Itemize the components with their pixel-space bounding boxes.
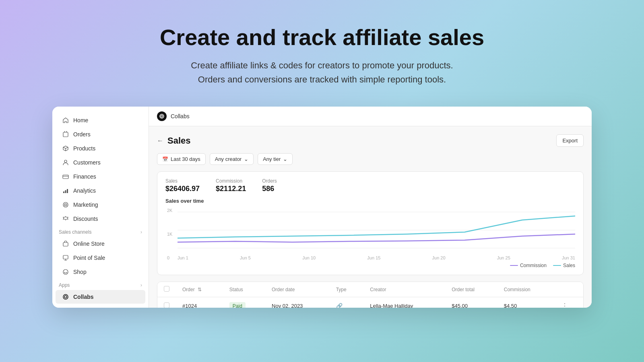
sales-channels-section: Sales channels › [52, 226, 149, 237]
svg-rect-2 [63, 175, 68, 179]
y-label-1k: 1K [167, 232, 172, 237]
th-order-total: Order total [445, 282, 497, 297]
calendar-icon: 📅 [162, 156, 168, 162]
tier-chevron-icon: ⌄ [283, 156, 287, 162]
svg-point-1 [64, 160, 67, 162]
hero-subtitle: Create affiliate links & codes for creat… [8, 58, 636, 86]
legend-commission: Commission [510, 263, 547, 268]
stat-sales: Sales $26406.97 [165, 178, 200, 193]
row-order: #1024 [176, 297, 223, 308]
row-type: 🔗 [330, 297, 364, 308]
products-icon [62, 145, 69, 152]
chart-svg [178, 208, 575, 252]
sidebar-item-analytics[interactable]: Analytics [56, 184, 145, 197]
svg-rect-4 [65, 190, 66, 193]
svg-point-11 [63, 269, 68, 274]
y-axis-labels: 2K 1K 0 [165, 208, 174, 260]
page-content: ← Sales Export 📅 Last 30 days Any creato… [149, 126, 592, 308]
sidebar-item-collabs[interactable]: Collabs [56, 290, 145, 304]
table-row: #1024 Paid Nov 02, 2023 🔗 Lella-Mae Hall… [157, 297, 583, 308]
status-badge: Paid [229, 302, 246, 308]
finances-icon [62, 173, 69, 180]
sidebar-item-finances[interactable]: Finances [56, 170, 145, 183]
back-button[interactable]: ← [157, 137, 163, 144]
x-label-jun31: Jun 31 [562, 255, 575, 260]
online-store-icon [62, 240, 69, 247]
orders-icon [62, 131, 69, 138]
y-label-2k: 2K [167, 208, 172, 213]
sidebar-item-pos[interactable]: Point of Sale [56, 251, 145, 265]
th-checkbox [157, 282, 176, 297]
hero-title: Create and track affiliate sales [8, 24, 636, 50]
stats-row: Sales $26406.97 Commission $2112.21 Orde… [165, 178, 575, 193]
creator-filter[interactable]: Any creator ⌄ [210, 153, 254, 165]
sidebar-item-customers[interactable]: Customers [56, 156, 145, 169]
sidebar: Home Orders Products Customers Finances [52, 107, 149, 308]
x-label-jun1: Jun 1 [178, 255, 188, 260]
th-order: Order ⇅ [176, 282, 223, 297]
sidebar-item-marketing[interactable]: Marketing [56, 198, 145, 212]
stat-orders: Orders 586 [262, 178, 277, 193]
row-creator: Lella-Mae Halliday [363, 297, 445, 308]
tier-filter[interactable]: Any tier ⌄ [258, 153, 293, 165]
chart-area: Jun 1 Jun 5 Jun 10 Jun 15 Jun 20 Jun 25 … [178, 208, 575, 260]
row-status: Paid [223, 297, 265, 308]
select-all-checkbox[interactable] [164, 286, 169, 292]
x-label-jun25: Jun 25 [497, 255, 510, 260]
row-more: ⋮ [555, 297, 583, 308]
th-actions [555, 282, 583, 297]
analytics-icon [62, 187, 69, 194]
export-button[interactable]: Export [556, 134, 584, 147]
commission-legend-line [510, 265, 518, 266]
orders-table-wrapper: Order ⇅ Status Order date Type Creator O… [157, 282, 584, 308]
x-axis-labels: Jun 1 Jun 5 Jun 10 Jun 15 Jun 20 Jun 25 … [178, 255, 575, 260]
row-more-button[interactable]: ⋮ [561, 302, 568, 308]
x-label-jun10: Jun 10 [302, 255, 316, 260]
sidebar-item-discounts[interactable]: Discounts [56, 212, 145, 226]
svg-point-12 [63, 294, 68, 299]
home-icon [62, 117, 69, 124]
svg-point-13 [64, 296, 67, 298]
sales-channels-chevron[interactable]: › [140, 229, 142, 235]
apps-section: Apps › [52, 279, 149, 290]
shop-icon [62, 268, 69, 276]
marketing-icon [62, 201, 69, 208]
stats-card: Sales $26406.97 Commission $2112.21 Orde… [157, 171, 584, 275]
svg-point-14 [160, 114, 164, 118]
x-label-jun15: Jun 15 [367, 255, 380, 260]
y-label-0: 0 [167, 255, 172, 260]
page-header: ← Sales Export [157, 134, 584, 147]
top-bar: Collabs [149, 107, 592, 126]
th-creator: Creator [363, 282, 445, 297]
pos-icon [62, 254, 69, 261]
page-title: Sales [167, 136, 191, 146]
sidebar-item-home[interactable]: Home [56, 113, 145, 127]
th-status: Status [223, 282, 265, 297]
order-link[interactable]: #1024 [182, 303, 197, 308]
th-type: Type [330, 282, 364, 297]
stat-commission: Commission $2112.21 [216, 178, 246, 193]
app-window: Home Orders Products Customers Finances [52, 107, 592, 308]
orders-table: Order ⇅ Status Order date Type Creator O… [157, 282, 583, 308]
th-order-date: Order date [265, 282, 330, 297]
row-checkbox[interactable] [164, 302, 169, 308]
app-logo [157, 111, 167, 121]
sidebar-item-shop[interactable]: Shop [56, 265, 145, 279]
chart-title: Sales over time [165, 198, 575, 204]
svg-rect-5 [67, 189, 68, 193]
x-label-jun20: Jun 20 [432, 255, 446, 260]
row-commission: $4.50 [497, 297, 555, 308]
apps-chevron[interactable]: › [140, 282, 142, 288]
date-range-filter[interactable]: 📅 Last 30 days [157, 153, 206, 165]
sort-icon[interactable]: ⇅ [198, 287, 202, 292]
sidebar-item-orders[interactable]: Orders [56, 128, 145, 141]
row-checkbox-cell [157, 297, 176, 308]
sidebar-item-products[interactable]: Products [56, 142, 145, 155]
svg-rect-9 [63, 243, 68, 246]
svg-rect-3 [63, 191, 64, 193]
row-order-total: $45.00 [445, 297, 497, 308]
link-type-icon: 🔗 [336, 303, 343, 308]
hero-section: Create and track affiliate sales Create … [0, 0, 644, 99]
sidebar-item-online-store[interactable]: Online Store [56, 237, 145, 251]
sidebar-item-recruiting[interactable]: Recruiting [56, 304, 145, 308]
